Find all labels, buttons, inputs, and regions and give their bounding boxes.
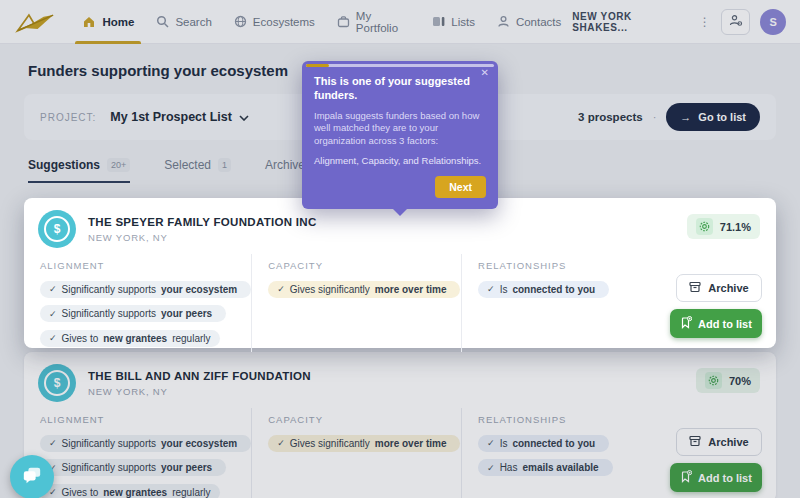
tooltip-body: Impala suggests funders based on how wel… <box>314 110 486 148</box>
go-to-list-label: Go to list <box>698 111 746 123</box>
criteria-pill: ✓Gives significantly more over time <box>268 435 460 452</box>
criteria-pill: ✓Is connected to you <box>478 281 609 298</box>
prospects-count: 3 prospects <box>578 111 643 123</box>
go-to-list-button[interactable]: → Go to list <box>666 103 760 131</box>
target-icon <box>705 372 722 389</box>
tab-suggestions[interactable]: Suggestions 20+ <box>28 158 130 183</box>
target-icon <box>696 218 713 235</box>
check-icon: ✓ <box>277 438 285 448</box>
chat-launcher-button[interactable] <box>10 455 54 498</box>
arrow-right-icon: → <box>680 111 691 123</box>
tooltip-progress-bar <box>306 64 494 67</box>
criteria-pill: ✓Is connected to you <box>478 435 609 452</box>
bookmark-plus-icon <box>680 470 692 485</box>
nav-item-search[interactable]: Search <box>145 0 222 44</box>
project-label: PROJECT: <box>40 112 96 123</box>
admin-settings-button[interactable] <box>721 9 751 35</box>
avatar[interactable]: S <box>760 9 786 35</box>
bookmark-plus-icon <box>680 316 692 331</box>
funder-name: THE SPEYER FAMILY FOUNDATION INC <box>88 216 317 228</box>
org-name[interactable]: NEW YORK SHAKES... <box>572 11 689 33</box>
funder-card: $ THE SPEYER FAMILY FOUNDATION INC NEW Y… <box>24 198 776 348</box>
nav-item-contacts[interactable]: Contacts <box>486 0 572 44</box>
criteria-pill: ✓Significantly supports your peers <box>40 459 226 476</box>
match-score-value: 71.1% <box>720 221 751 233</box>
archive-label: Archive <box>708 436 748 448</box>
avatar-initial: S <box>770 16 777 28</box>
user-gear-icon <box>729 14 743 30</box>
nav-item-ecosystems[interactable]: Ecosystems <box>223 0 326 44</box>
archive-icon <box>689 435 701 449</box>
tab-label: Suggestions <box>28 158 100 172</box>
check-icon: ✓ <box>49 438 57 448</box>
project-selector[interactable]: My 1st Prospect List <box>110 110 249 124</box>
tooltip-arrow <box>392 208 408 216</box>
top-nav: Home Search Ecosystems My Portfolio <box>0 0 800 44</box>
close-icon[interactable]: ✕ <box>481 68 489 78</box>
criteria-pill: ✓Significantly supports your peers <box>40 305 226 322</box>
criteria-pill: ✓Has emails available <box>478 459 613 476</box>
add-to-list-label: Add to list <box>698 318 752 330</box>
criteria-pill: ✓Gives significantly more over time <box>268 281 460 298</box>
tab-count-badge: 1 <box>218 158 231 172</box>
criteria-pill: ✓Gives to new grantees regularly <box>40 330 220 347</box>
funder-card: $ THE BILL AND ANN ZIFF FOUNDATION NEW Y… <box>24 352 776 498</box>
tab-label: Selected <box>164 158 211 172</box>
column-title: ALIGNMENT <box>40 414 251 425</box>
column-title: RELATIONSHIPS <box>478 260 670 271</box>
funder-avatar-dollar-icon: $ <box>38 210 76 248</box>
tooltip-title: This is one of your suggested funders. <box>314 74 474 103</box>
criteria-pill: ✓Gives to new grantees regularly <box>40 484 220 498</box>
page-title: Funders supporting your ecosystem <box>28 62 288 79</box>
match-score-badge: 71.1% <box>687 214 760 239</box>
nav-item-my-portfolio[interactable]: My Portfolio <box>326 0 421 44</box>
nav-menu: Home Search Ecosystems My Portfolio <box>71 0 572 44</box>
check-icon: ✓ <box>487 463 495 473</box>
nav-item-label: Contacts <box>516 16 561 28</box>
tabs: Suggestions 20+ Selected 1 Archived 0 <box>28 158 332 183</box>
funder-avatar-dollar-icon: $ <box>38 364 76 402</box>
home-icon <box>82 15 96 29</box>
nav-item-lists[interactable]: Lists <box>421 0 486 44</box>
check-icon: ✓ <box>487 284 495 294</box>
archive-button[interactable]: Archive <box>676 428 762 456</box>
tab-selected[interactable]: Selected 1 <box>164 158 231 183</box>
app-window: Home Search Ecosystems My Portfolio <box>0 0 800 498</box>
briefcase-icon <box>337 15 350 28</box>
funder-location: NEW YORK, NY <box>88 232 317 243</box>
check-icon: ✓ <box>49 309 57 319</box>
archive-button[interactable]: Archive <box>676 274 762 302</box>
globe-icon <box>234 15 247 28</box>
impala-logo[interactable] <box>14 7 57 37</box>
dot-separator: · <box>653 111 657 123</box>
tab-count-badge: 20+ <box>107 158 130 172</box>
nav-item-home[interactable]: Home <box>71 0 145 44</box>
column-title: RELATIONSHIPS <box>478 414 670 425</box>
check-icon: ✓ <box>487 438 495 448</box>
funder-location: NEW YORK, NY <box>88 386 311 397</box>
column-title: ALIGNMENT <box>40 260 251 271</box>
nav-item-label: Lists <box>451 16 475 28</box>
column-title: CAPACITY <box>268 414 461 425</box>
more-menu-icon[interactable]: ⋮ <box>699 16 711 28</box>
add-to-list-button[interactable]: Add to list <box>670 309 762 338</box>
chevron-down-icon <box>239 110 249 124</box>
archive-label: Archive <box>708 282 748 294</box>
check-icon: ✓ <box>277 284 285 294</box>
search-icon <box>156 15 169 28</box>
add-to-list-label: Add to list <box>698 472 752 484</box>
nav-item-label: Ecosystems <box>253 16 315 28</box>
add-to-list-button[interactable]: Add to list <box>670 463 762 492</box>
criteria-pill: ✓Significantly supports your ecosystem <box>40 435 251 452</box>
nav-item-label: Home <box>102 16 134 28</box>
match-score-value: 70% <box>729 375 751 387</box>
archive-icon <box>689 281 701 295</box>
project-selector-value: My 1st Prospect List <box>110 110 232 124</box>
criteria-pill: ✓Significantly supports your ecosystem <box>40 281 251 298</box>
person-icon <box>497 15 510 28</box>
next-button[interactable]: Next <box>435 176 486 198</box>
nav-item-label: Search <box>175 16 211 28</box>
tooltip-factors: Alignment, Capacity, and Relationships. <box>314 155 486 166</box>
funder-name: THE BILL AND ANN ZIFF FOUNDATION <box>88 370 311 382</box>
chat-bubbles-icon <box>21 465 43 489</box>
